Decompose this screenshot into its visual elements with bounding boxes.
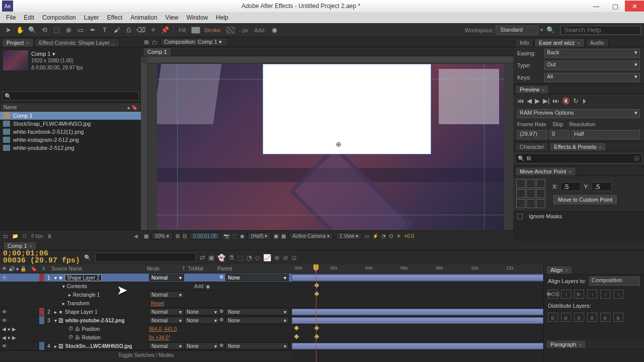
align-to-select[interactable]: Composition xyxy=(589,277,640,286)
mode-select[interactable]: Normal▾ xyxy=(149,342,184,349)
col-num[interactable]: # xyxy=(39,266,48,272)
anchor-grid[interactable] xyxy=(516,179,545,208)
anchor-tool-icon[interactable]: ⊕ xyxy=(63,25,73,35)
menu-edit[interactable]: Edit xyxy=(20,13,38,22)
roi-icon[interactable]: ▣ xyxy=(274,233,278,239)
layer-contents[interactable]: ▾ Contents Add: ◉ xyxy=(0,282,292,291)
layer-rectangle[interactable]: ▸ Rectangle 1 Normal▾ xyxy=(0,291,292,299)
menu-layer[interactable]: Layer xyxy=(80,13,103,22)
channel-icon[interactable]: ⬚ xyxy=(232,233,237,239)
framerate-select[interactable]: (29.97) xyxy=(517,130,547,139)
rotate-tool-icon[interactable]: ⟲ xyxy=(39,25,49,35)
timeline-tracks[interactable]: 00s 02s 04s 06s 08s 10s 12s xyxy=(292,264,543,362)
layer-icon[interactable]: 🗀 xyxy=(152,39,157,45)
menu-animation[interactable]: Animation xyxy=(126,13,161,22)
layer-row-1[interactable]: 👁 1 ▾ ★Shape Layer 2 Normal▾ ⊚None▾ xyxy=(0,274,292,282)
menu-file[interactable]: File xyxy=(2,13,20,22)
timeline-tab[interactable]: Comp 1× xyxy=(3,241,37,250)
effect-controls-tab[interactable]: Effect Controls: Shape Layer… xyxy=(35,38,120,47)
mode-select[interactable]: Normal▾ xyxy=(149,308,184,315)
always-preview-icon[interactable]: ▦ xyxy=(144,233,148,239)
align-vcenter-icon[interactable]: ⫶ xyxy=(600,290,610,299)
comp-dropdown[interactable]: Composition: Comp 1 ▾ xyxy=(160,38,228,46)
position-value[interactable]: 964.0, 441.0 xyxy=(149,326,177,332)
info-tab[interactable]: Info xyxy=(515,38,533,47)
project-item[interactable]: white-facebook-2-512(1).png xyxy=(0,128,141,136)
dist-icon[interactable]: ⫼ xyxy=(600,313,610,322)
pixel-aspect-icon[interactable]: ▭ xyxy=(365,233,369,239)
x-input[interactable] xyxy=(560,182,581,191)
skip-select[interactable]: 0 xyxy=(549,130,570,139)
character-tab[interactable]: Character xyxy=(515,142,548,151)
delete-icon[interactable]: 🗑 xyxy=(47,233,52,239)
shape-rectangle[interactable] xyxy=(263,64,431,154)
loop-icon[interactable]: ↻ xyxy=(573,97,579,105)
search-help-input[interactable] xyxy=(560,26,641,35)
toggle-switches[interactable]: Toggle Switches / Modes xyxy=(118,352,174,358)
align-left-icon[interactable]: �036 xyxy=(548,290,558,299)
menu-view[interactable]: View xyxy=(162,13,183,22)
res-icon[interactable]: ⊞ xyxy=(176,233,180,239)
project-tab[interactable]: Project× xyxy=(2,38,34,47)
mute-icon[interactable]: 🔇 xyxy=(562,97,570,105)
align-bottom-icon[interactable]: ⫶ xyxy=(613,290,623,299)
stroke-swatch[interactable] xyxy=(226,27,235,34)
clone-tool-icon[interactable]: ⎙ xyxy=(124,25,134,35)
snapshot-icon[interactable]: 📷 xyxy=(223,233,229,239)
comp-inner-tab[interactable]: Comp 1 xyxy=(143,47,172,56)
easing-select[interactable]: Back▾ xyxy=(544,49,640,58)
fast-preview-icon[interactable]: ⚡ xyxy=(372,233,378,239)
preview-res-select[interactable]: Half xyxy=(572,130,640,139)
shy-icon[interactable]: 👻 xyxy=(217,254,225,261)
preview-tab[interactable]: Preview× xyxy=(515,85,549,94)
resolution-select[interactable]: (Half) ▾ xyxy=(248,232,271,240)
bpc-label[interactable]: 8 bpc xyxy=(31,233,43,239)
move-anchor-tab[interactable]: Move Anchor Point× xyxy=(515,167,576,175)
auto-kf-icon[interactable]: ◇ xyxy=(255,254,260,261)
parent-select[interactable]: None▾ xyxy=(225,317,289,324)
layer-row-4[interactable]: 👁 4 ▸ 🖼 StockSn…LWC4MHNSO.jpg Normal▾ No… xyxy=(0,342,292,350)
ram-preview-icon[interactable]: ⏵ xyxy=(582,97,588,105)
selection-tool-icon[interactable]: ➤ xyxy=(3,25,13,35)
reset-exposure-icon[interactable]: ☀ xyxy=(396,233,401,239)
ram-options-select[interactable]: RAM Preview Options▾ xyxy=(517,109,640,118)
mode-select[interactable]: Normal▾ xyxy=(149,317,184,324)
composition-viewer[interactable]: ⊕ xyxy=(141,56,513,230)
y-input[interactable] xyxy=(592,182,612,191)
type-select[interactable]: Out▾ xyxy=(544,61,640,70)
parent-select[interactable]: None▾ xyxy=(225,342,289,349)
project-item[interactable]: white-instagram-2-512.png xyxy=(0,136,141,144)
scroll-left-icon[interactable]: ◀ xyxy=(134,233,138,239)
interpret-icon[interactable]: 🗀 xyxy=(3,233,8,239)
brainstorm-icon[interactable]: ◔ xyxy=(247,254,252,261)
new-comp-icon[interactable]: 🗋 xyxy=(22,233,27,239)
frame-blend-icon[interactable]: ⚗ xyxy=(228,254,234,261)
pen-tool-icon[interactable]: ✒ xyxy=(88,25,98,35)
menu-effect[interactable]: Effect xyxy=(103,13,126,22)
zoom-tool-icon[interactable]: 🔍 xyxy=(27,25,37,35)
layer-rename-input[interactable]: Shape Layer 2 xyxy=(65,275,102,281)
flowchart2-icon[interactable]: ⌬ xyxy=(389,233,393,239)
maximize-button[interactable]: ▢ xyxy=(606,1,625,12)
workspace-select[interactable]: Standard xyxy=(496,26,538,35)
tl-icon[interactable]: ⊙ xyxy=(291,254,297,261)
text-tool-icon[interactable]: T xyxy=(100,25,110,35)
layer-row-3[interactable]: 👁 3 ▾ 🖼 white-youtube-2-512.png Normal▾ … xyxy=(0,316,292,325)
audio-tab[interactable]: Audio xyxy=(586,38,609,47)
project-item[interactable]: white-youtube-2-512.png xyxy=(0,144,141,152)
draft3d-icon[interactable]: ▣ xyxy=(208,254,214,261)
channel-rgb-icon[interactable]: ◉ xyxy=(240,233,245,239)
timecode-display[interactable]: 0;00;01;06 xyxy=(190,232,220,240)
motion-blur-icon[interactable]: ⬚ xyxy=(237,254,244,261)
roto-tool-icon[interactable]: ✧ xyxy=(148,25,158,35)
dist-icon[interactable]: ⫼ xyxy=(613,313,623,322)
reset-link[interactable]: Reset xyxy=(151,301,164,306)
rect-mode-select[interactable]: Normal▾ xyxy=(149,291,184,298)
menu-composition[interactable]: Composition xyxy=(38,13,80,22)
move-to-custom-button[interactable]: Move to Custom Point xyxy=(552,194,618,205)
trkmat-select[interactable]: None▾ xyxy=(184,342,219,349)
new-folder-icon[interactable]: 📁 xyxy=(12,233,18,239)
zoom-select[interactable]: 50% ▾ xyxy=(151,232,173,240)
rotation-value[interactable]: 0x +34.0° xyxy=(149,335,171,340)
project-search[interactable]: 🔍 xyxy=(2,92,139,101)
